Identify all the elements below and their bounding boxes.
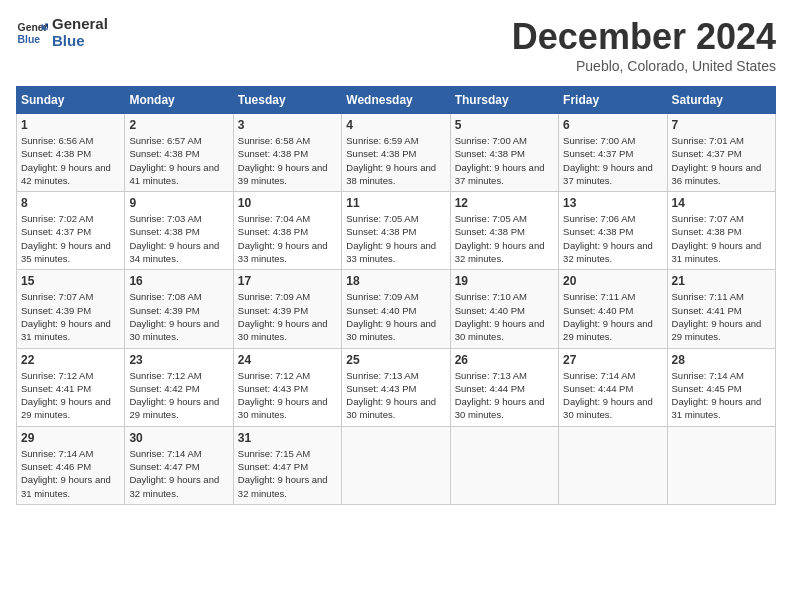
calendar-table: SundayMondayTuesdayWednesdayThursdayFrid… [16,86,776,505]
day-detail: Sunrise: 7:00 AM Sunset: 4:38 PM Dayligh… [455,134,554,187]
week-row-3: 15 Sunrise: 7:07 AM Sunset: 4:39 PM Dayl… [17,270,776,348]
calendar-cell: 16 Sunrise: 7:08 AM Sunset: 4:39 PM Dayl… [125,270,233,348]
week-row-2: 8 Sunrise: 7:02 AM Sunset: 4:37 PM Dayli… [17,192,776,270]
day-detail: Sunrise: 7:10 AM Sunset: 4:40 PM Dayligh… [455,290,554,343]
day-detail: Sunrise: 7:13 AM Sunset: 4:43 PM Dayligh… [346,369,445,422]
page-header: General Blue General Blue December 2024 … [16,16,776,74]
day-detail: Sunrise: 7:12 AM Sunset: 4:41 PM Dayligh… [21,369,120,422]
calendar-subtitle: Pueblo, Colorado, United States [512,58,776,74]
calendar-cell: 19 Sunrise: 7:10 AM Sunset: 4:40 PM Dayl… [450,270,558,348]
day-detail: Sunrise: 6:59 AM Sunset: 4:38 PM Dayligh… [346,134,445,187]
day-detail: Sunrise: 7:14 AM Sunset: 4:44 PM Dayligh… [563,369,662,422]
day-number: 10 [238,196,337,210]
day-detail: Sunrise: 7:14 AM Sunset: 4:45 PM Dayligh… [672,369,771,422]
day-detail: Sunrise: 7:03 AM Sunset: 4:38 PM Dayligh… [129,212,228,265]
day-detail: Sunrise: 7:11 AM Sunset: 4:40 PM Dayligh… [563,290,662,343]
calendar-cell: 25 Sunrise: 7:13 AM Sunset: 4:43 PM Dayl… [342,348,450,426]
day-detail: Sunrise: 7:04 AM Sunset: 4:38 PM Dayligh… [238,212,337,265]
day-detail: Sunrise: 7:15 AM Sunset: 4:47 PM Dayligh… [238,447,337,500]
calendar-cell: 10 Sunrise: 7:04 AM Sunset: 4:38 PM Dayl… [233,192,341,270]
day-number: 15 [21,274,120,288]
calendar-cell: 8 Sunrise: 7:02 AM Sunset: 4:37 PM Dayli… [17,192,125,270]
day-number: 26 [455,353,554,367]
header-cell-friday: Friday [559,87,667,114]
day-number: 11 [346,196,445,210]
calendar-cell: 13 Sunrise: 7:06 AM Sunset: 4:38 PM Dayl… [559,192,667,270]
day-number: 31 [238,431,337,445]
calendar-cell: 28 Sunrise: 7:14 AM Sunset: 4:45 PM Dayl… [667,348,775,426]
day-detail: Sunrise: 7:13 AM Sunset: 4:44 PM Dayligh… [455,369,554,422]
day-detail: Sunrise: 7:14 AM Sunset: 4:47 PM Dayligh… [129,447,228,500]
day-number: 18 [346,274,445,288]
header-cell-thursday: Thursday [450,87,558,114]
calendar-cell: 5 Sunrise: 7:00 AM Sunset: 4:38 PM Dayli… [450,114,558,192]
day-number: 25 [346,353,445,367]
calendar-cell: 1 Sunrise: 6:56 AM Sunset: 4:38 PM Dayli… [17,114,125,192]
day-detail: Sunrise: 7:11 AM Sunset: 4:41 PM Dayligh… [672,290,771,343]
header-cell-sunday: Sunday [17,87,125,114]
day-number: 19 [455,274,554,288]
calendar-cell: 22 Sunrise: 7:12 AM Sunset: 4:41 PM Dayl… [17,348,125,426]
day-number: 6 [563,118,662,132]
day-number: 5 [455,118,554,132]
calendar-cell [667,426,775,504]
calendar-cell: 26 Sunrise: 7:13 AM Sunset: 4:44 PM Dayl… [450,348,558,426]
day-detail: Sunrise: 7:12 AM Sunset: 4:42 PM Dayligh… [129,369,228,422]
day-detail: Sunrise: 7:07 AM Sunset: 4:38 PM Dayligh… [672,212,771,265]
svg-text:Blue: Blue [18,33,41,44]
calendar-cell: 9 Sunrise: 7:03 AM Sunset: 4:38 PM Dayli… [125,192,233,270]
calendar-cell [559,426,667,504]
day-number: 23 [129,353,228,367]
calendar-cell: 4 Sunrise: 6:59 AM Sunset: 4:38 PM Dayli… [342,114,450,192]
week-row-1: 1 Sunrise: 6:56 AM Sunset: 4:38 PM Dayli… [17,114,776,192]
day-number: 16 [129,274,228,288]
day-number: 12 [455,196,554,210]
day-detail: Sunrise: 7:01 AM Sunset: 4:37 PM Dayligh… [672,134,771,187]
calendar-body: 1 Sunrise: 6:56 AM Sunset: 4:38 PM Dayli… [17,114,776,505]
day-number: 24 [238,353,337,367]
day-number: 8 [21,196,120,210]
header-cell-tuesday: Tuesday [233,87,341,114]
calendar-cell: 15 Sunrise: 7:07 AM Sunset: 4:39 PM Dayl… [17,270,125,348]
logo: General Blue General Blue [16,16,108,49]
calendar-cell: 2 Sunrise: 6:57 AM Sunset: 4:38 PM Dayli… [125,114,233,192]
day-number: 13 [563,196,662,210]
header-cell-wednesday: Wednesday [342,87,450,114]
day-number: 20 [563,274,662,288]
day-number: 3 [238,118,337,132]
calendar-cell: 12 Sunrise: 7:05 AM Sunset: 4:38 PM Dayl… [450,192,558,270]
day-detail: Sunrise: 7:14 AM Sunset: 4:46 PM Dayligh… [21,447,120,500]
calendar-cell: 11 Sunrise: 7:05 AM Sunset: 4:38 PM Dayl… [342,192,450,270]
day-number: 30 [129,431,228,445]
day-number: 17 [238,274,337,288]
day-number: 21 [672,274,771,288]
calendar-cell [342,426,450,504]
calendar-header: SundayMondayTuesdayWednesdayThursdayFrid… [17,87,776,114]
day-number: 9 [129,196,228,210]
calendar-cell: 18 Sunrise: 7:09 AM Sunset: 4:40 PM Dayl… [342,270,450,348]
calendar-title: December 2024 [512,16,776,58]
header-cell-monday: Monday [125,87,233,114]
week-row-5: 29 Sunrise: 7:14 AM Sunset: 4:46 PM Dayl… [17,426,776,504]
calendar-cell: 21 Sunrise: 7:11 AM Sunset: 4:41 PM Dayl… [667,270,775,348]
calendar-cell: 31 Sunrise: 7:15 AM Sunset: 4:47 PM Dayl… [233,426,341,504]
logo-line2: Blue [52,33,108,50]
calendar-cell: 14 Sunrise: 7:07 AM Sunset: 4:38 PM Dayl… [667,192,775,270]
day-detail: Sunrise: 7:05 AM Sunset: 4:38 PM Dayligh… [346,212,445,265]
day-detail: Sunrise: 7:07 AM Sunset: 4:39 PM Dayligh… [21,290,120,343]
calendar-cell: 7 Sunrise: 7:01 AM Sunset: 4:37 PM Dayli… [667,114,775,192]
day-detail: Sunrise: 7:09 AM Sunset: 4:40 PM Dayligh… [346,290,445,343]
calendar-cell: 29 Sunrise: 7:14 AM Sunset: 4:46 PM Dayl… [17,426,125,504]
logo-icon: General Blue [16,17,48,49]
day-detail: Sunrise: 6:56 AM Sunset: 4:38 PM Dayligh… [21,134,120,187]
day-detail: Sunrise: 7:02 AM Sunset: 4:37 PM Dayligh… [21,212,120,265]
day-number: 2 [129,118,228,132]
day-number: 27 [563,353,662,367]
day-detail: Sunrise: 7:09 AM Sunset: 4:39 PM Dayligh… [238,290,337,343]
day-detail: Sunrise: 6:57 AM Sunset: 4:38 PM Dayligh… [129,134,228,187]
calendar-cell: 23 Sunrise: 7:12 AM Sunset: 4:42 PM Dayl… [125,348,233,426]
day-number: 7 [672,118,771,132]
week-row-4: 22 Sunrise: 7:12 AM Sunset: 4:41 PM Dayl… [17,348,776,426]
calendar-cell: 27 Sunrise: 7:14 AM Sunset: 4:44 PM Dayl… [559,348,667,426]
calendar-cell: 30 Sunrise: 7:14 AM Sunset: 4:47 PM Dayl… [125,426,233,504]
